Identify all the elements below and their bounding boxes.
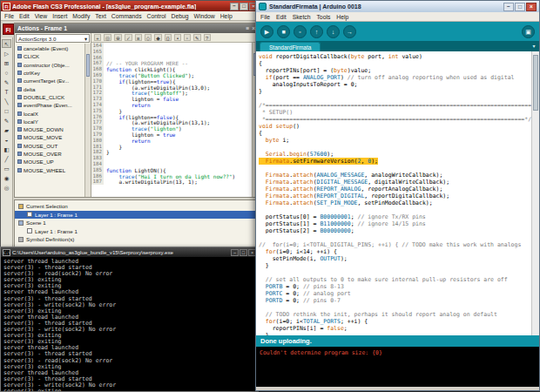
tree-item[interactable]: DOUBLE_CLICK [15, 93, 91, 101]
flash-menu-edit[interactable]: Edit [19, 13, 30, 19]
find-icon[interactable]: ◎ [104, 34, 111, 41]
hand-tool[interactable]: ◉ [2, 173, 11, 182]
minimize-button[interactable]: − [503, 3, 514, 11]
line-tool[interactable]: ╲ [2, 97, 11, 105]
maximize-button[interactable]: □ [515, 3, 525, 11]
tree-item[interactable]: constructor (Obje... [15, 61, 91, 69]
flash-menu-modify[interactable]: Modify [72, 13, 90, 19]
tree-item[interactable]: ctrlKey [15, 69, 91, 77]
maximize-button[interactable]: □ [240, 249, 247, 256]
navigator-item[interactable]: Current Selection [15, 202, 258, 211]
flash-menu-view[interactable]: View [35, 13, 48, 19]
arduino-console[interactable]: Couldn't determine program size: {0} [256, 347, 539, 387]
tree-item[interactable]: localX [15, 109, 91, 117]
cmd-title-bar[interactable]: C:\ C:\Users\User\arduino_as3glue_bundle… [1, 247, 258, 257]
subselection-tool[interactable]: ▷ [2, 49, 11, 57]
help-icon[interactable]: ? [204, 34, 211, 41]
script-assist-icon[interactable]: ✎ [193, 34, 201, 41]
navigator-item-label: Symbol Definition(s) [26, 236, 74, 242]
arduino-menu-tools[interactable]: Tools [316, 14, 330, 20]
flash-title-bar[interactable]: Fl Adobe Flash CS3 Professional - [as3gl… [1, 1, 260, 11]
rectangle-tool[interactable]: □ [2, 106, 11, 115]
tree-item[interactable]: MOUSE_WHEEL [15, 166, 91, 173]
serial-monitor-button[interactable]: ▣ [522, 25, 535, 38]
tree-item[interactable]: MOUSE_UP [15, 158, 91, 166]
close-button[interactable]: × [526, 3, 537, 11]
arduino-menu-file[interactable]: File [260, 14, 270, 20]
save-button[interactable]: ↓ [327, 25, 340, 38]
tree-item[interactable]: delta [15, 84, 91, 92]
pencil-tool[interactable]: ✎ [2, 116, 11, 125]
tree-item[interactable]: MOUSE_OVER [15, 150, 91, 158]
add-script-icon[interactable]: + [94, 34, 101, 41]
tree-item[interactable]: MOUSE_MOVE [15, 133, 91, 141]
flash-menu-debug[interactable]: Debug [171, 13, 188, 19]
navigator-item[interactable]: Scene 1 [15, 219, 258, 227]
tree-item[interactable]: localY [15, 118, 91, 125]
insert-target-path-icon[interactable]: ⊕ [114, 34, 122, 41]
actionscript-member-icon [17, 135, 22, 139]
check-syntax-icon[interactable]: ✓ [125, 34, 132, 41]
tab-menu-icon[interactable]: ▾ [529, 42, 539, 51]
minimize-button[interactable]: − [231, 249, 239, 256]
expand-all-icon[interactable]: ▫ [184, 34, 191, 41]
arduino-code-editor[interactable]: void reportDigitalCallback(byte port, in… [256, 51, 539, 335]
actions-panel-header[interactable]: Actions - Frame 1 ≡ × [15, 24, 258, 33]
brush-tool[interactable]: ▰ [2, 125, 11, 134]
paint-bucket-tool[interactable]: ◧ [2, 145, 11, 153]
flash-menu-file[interactable]: File [4, 13, 14, 19]
flash-menu-window[interactable]: Window [194, 13, 215, 19]
lasso-tool[interactable]: ○ [2, 68, 11, 77]
arduino-menu-help[interactable]: Help [336, 14, 348, 20]
arduino-title-bar[interactable]: StandardFirmata | Arduino 0018 − □ × [256, 1, 539, 12]
show-code-hint-icon[interactable]: ◇ [145, 34, 152, 41]
eraser-tool[interactable]: ▭ [2, 164, 11, 172]
actions-code-editor[interactable]: 164 165 166 167// -- YOUR PROGRAM HERE -… [91, 43, 258, 197]
actions-toolbar: +◎⊕✓≡◇◆{}▪▫✎? [91, 33, 258, 43]
ink-bottle-tool[interactable]: ◒ [2, 135, 11, 144]
pen-tool[interactable]: ✎ [2, 78, 11, 86]
tree-item[interactable]: MOUSE_OUT [15, 142, 91, 150]
flash-window-title: Adobe Flash CS3 Professional - [as3glue_… [12, 3, 196, 10]
minimize-button[interactable]: − [230, 3, 239, 10]
navigator-item[interactable]: Layer 1 : Frame 1 [15, 211, 258, 220]
cmd-output[interactable]: server thread launchedserver(3) - thread… [1, 257, 258, 391]
tree-item[interactable]: MOUSE_DOWN [15, 125, 91, 133]
free-transform-tool[interactable]: ⊞ [2, 58, 11, 67]
verify-button[interactable]: ▶ [260, 25, 273, 38]
maximize-button[interactable]: □ [240, 3, 248, 10]
flash-menu-insert[interactable]: Insert [52, 13, 67, 19]
stop-button[interactable]: ■ [277, 25, 290, 38]
arduino-menu-sketch[interactable]: Sketch [293, 14, 311, 20]
panel-menu-icon[interactable]: ≡ [246, 25, 249, 31]
editor-scrollbar[interactable] [531, 51, 539, 335]
flash-menu-help[interactable]: Help [220, 13, 233, 19]
scrollbar-thumb[interactable] [533, 55, 538, 111]
new-button[interactable]: ▫ [294, 25, 307, 38]
scrollbar-thumb[interactable] [86, 54, 90, 77]
debug-options-icon[interactable]: ◆ [154, 34, 161, 41]
zoom-tool[interactable]: ◎ [2, 183, 11, 192]
arduino-menu-edit[interactable]: Edit [276, 14, 287, 20]
tree-item[interactable]: currentTarget (Ev... [15, 77, 91, 84]
tab-standardfirmata[interactable]: StandardFirmata [260, 42, 321, 51]
collapse-braces-icon[interactable]: {} [165, 34, 172, 41]
flash-menu-control[interactable]: Control [147, 13, 166, 19]
flash-menu-commands[interactable]: Commands [111, 13, 142, 19]
auto-format-icon[interactable]: ≡ [135, 34, 142, 41]
upload-button[interactable]: → [343, 25, 356, 38]
navigator-item[interactable]: Symbol Definition(s) [15, 235, 258, 244]
eyedropper-tool[interactable]: ╱ [2, 154, 11, 163]
text-tool[interactable]: T [2, 87, 11, 96]
open-button[interactable]: ↑ [310, 25, 323, 38]
tree-scrollbar[interactable] [84, 44, 91, 197]
actionscript-version-dropdown[interactable]: ActionScript 3.0 ▾ [16, 34, 90, 43]
actionscript-member-icon [17, 152, 22, 156]
flash-menu-text[interactable]: Text [95, 13, 105, 19]
navigator-item[interactable]: Layer 1 : Frame 1 [15, 227, 258, 236]
selection-tool[interactable]: ↖ [2, 39, 11, 48]
tree-item[interactable]: cancelable (Event) [15, 44, 91, 52]
tree-item[interactable]: CLICK [15, 52, 91, 60]
collapse-selection-icon[interactable]: ▪ [174, 34, 181, 41]
tree-item[interactable]: eventPhase (Even... [15, 101, 91, 109]
